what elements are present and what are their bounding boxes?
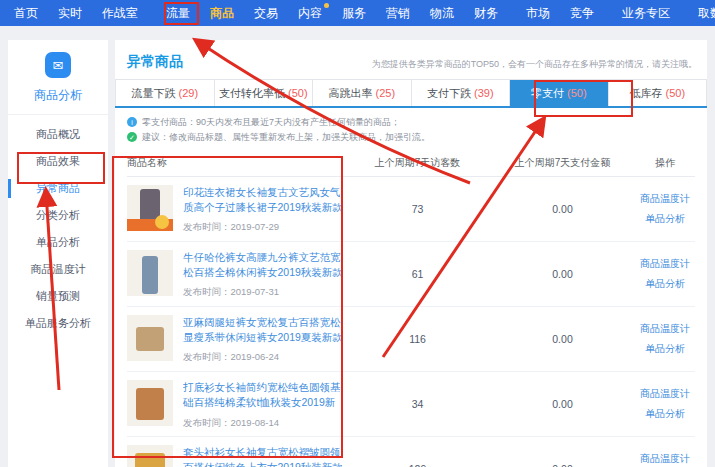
sidebar-menu: 商品概况 商品效果 异常商品 分类分析 单品分析 商品温度计 销量预测 单品服务… (8, 115, 108, 337)
tab-count: (39) (474, 87, 494, 99)
envelope-icon: ✉ (45, 52, 71, 78)
abnormal-goods-table: 商品名称 上个周期7天访客数 上个周期7天支付金额 操作 印花连衣裙女长袖复古文… (115, 149, 707, 467)
product-image[interactable] (127, 445, 173, 467)
product-cell: 亚麻阔腿短裤女宽松复古百搭宽松显瘦系带休闲短裤女2019夏装新款 发布时间：20… (127, 307, 345, 371)
sidebar-item-goods-overview[interactable]: 商品概况 (8, 121, 108, 148)
sidebar-item-abnormal-goods[interactable]: 异常商品 (8, 175, 108, 202)
visitors-value: 34 (345, 372, 490, 436)
tab-label: 低库存 (629, 87, 665, 99)
actions-cell: 商品温度计 单品分析 (635, 242, 695, 306)
publish-date-prefix: 发布时间： (183, 417, 231, 428)
visitors-value: 116 (345, 307, 490, 371)
sidebar-item-category-analysis[interactable]: 分类分析 (8, 202, 108, 229)
page-note: 为您提供各类异常商品的TOP50，会有一个商品存在多种异常的情况，请关注哦。 (372, 58, 697, 71)
top-nav: 首页 实时 作战室 流量 商品 交易 内容 服务 营销 物流 财务 市场 竞争 … (0, 0, 715, 26)
publish-date: 发布时间：2019-07-29 (183, 221, 343, 234)
nav-item-marketing[interactable]: 营销 (376, 0, 420, 26)
publish-date: 发布时间：2019-06-24 (183, 351, 343, 364)
info-icon: i (127, 117, 137, 127)
tab-payment-drop[interactable]: 支付下跌 (39) (412, 80, 511, 106)
tip-definition: 零支付商品：90天内发布且最近7天内没有产生任何销量的商品； (142, 115, 400, 130)
nav-item-home[interactable]: 首页 (4, 0, 48, 26)
nav-item-trade[interactable]: 交易 (244, 0, 288, 26)
sidebar-item-single-item-service[interactable]: 单品服务分析 (8, 310, 108, 337)
product-image[interactable] (127, 315, 173, 361)
amount-value: 0.00 (490, 307, 635, 371)
publish-date: 发布时间：2019-07-31 (183, 286, 343, 299)
thermometer-link[interactable]: 商品温度计 (640, 449, 690, 467)
nav-item-warroom[interactable]: 作战室 (92, 0, 148, 26)
nav-item-service[interactable]: 服务 (332, 0, 376, 26)
actions-cell: 商品温度计 单品分析 (635, 372, 695, 436)
product-name-link[interactable]: 打底衫女长袖简约宽松纯色圆领基础百搭纯棉柔软t恤秋装女2019新款 (183, 380, 343, 411)
sidebar-title: 商品分析 (8, 87, 108, 104)
product-name-link[interactable]: 亚麻阔腿短裤女宽松复古百搭宽松显瘦系带休闲短裤女2019夏装新款 (183, 315, 343, 345)
tab-low-conversion[interactable]: 支付转化率低 (50) (215, 80, 314, 106)
thermometer-link[interactable]: 商品温度计 (640, 189, 690, 209)
col-header-payment-amount: 上个周期7天支付金额 (490, 156, 635, 170)
single-item-analysis-link[interactable]: 单品分析 (645, 209, 685, 229)
publish-date-value: 2019-07-29 (231, 221, 280, 232)
actions-cell: 商品温度计 单品分析 (635, 437, 695, 467)
nav-item-logistics[interactable]: 物流 (420, 0, 464, 26)
product-name-link[interactable]: 牛仔哈伦裤女高腰九分裤文艺范宽松百搭全棉休闲裤女2019秋装新款 (183, 250, 343, 280)
table-row: 印花连衣裙女长袖复古文艺风女气质高个子过膝长裙子2019秋装新款 发布时间：20… (127, 177, 695, 242)
publish-date-value: 2019-07-31 (231, 286, 280, 297)
sidebar-item-single-item-analysis[interactable]: 单品分析 (8, 229, 108, 256)
tab-high-bounce[interactable]: 高跳出率 (25) (313, 80, 412, 106)
tips-block: i零支付商品：90天内发布且最近7天内没有产生任何销量的商品； ✓建议：修改商品… (115, 108, 707, 149)
table-row: 亚麻阔腿短裤女宽松复古百搭宽松显瘦系带休闲短裤女2019夏装新款 发布时间：20… (127, 307, 695, 372)
nav-item-data-fetch[interactable]: 取数 (688, 0, 715, 26)
page-title: 异常商品 (127, 53, 183, 71)
tab-label: 流量下跌 (131, 87, 178, 99)
single-item-analysis-link[interactable]: 单品分析 (645, 274, 685, 294)
nav-item-content[interactable]: 内容 (288, 0, 332, 26)
product-name-link[interactable]: 套头衬衫女长袖复古宽松褶皱圆领百搭休闲纯色上衣女2019秋装新款 (183, 445, 343, 467)
table-row: 打底衫女长袖简约宽松纯色圆领基础百搭纯棉柔软t恤秋装女2019新款 发布时间：2… (127, 372, 695, 437)
publish-date: 发布时间：2019-08-14 (183, 417, 343, 430)
tab-label: 高跳出率 (328, 87, 375, 99)
tip-suggestion: 建议：修改商品标题、属性等重新发布上架，加强关联商品，加强引流。 (142, 130, 430, 145)
tab-count: (50) (567, 87, 587, 99)
table-row: 套头衬衫女长袖复古宽松褶皱圆领百搭休闲纯色上衣女2019秋装新款 发布时间：20… (127, 437, 695, 467)
nav-item-competition[interactable]: 竞争 (560, 0, 604, 26)
sidebar: ✉ 商品分析 商品概况 商品效果 异常商品 分类分析 单品分析 商品温度计 销量… (8, 40, 108, 467)
product-name-link[interactable]: 印花连衣裙女长袖复古文艺风女气质高个子过膝长裙子2019秋装新款 (183, 185, 343, 215)
amount-value: 0.00 (490, 177, 635, 241)
tab-traffic-drop[interactable]: 流量下跌 (29) (115, 80, 215, 106)
nav-item-business-zone[interactable]: 业务专区 (612, 0, 680, 26)
product-image[interactable] (127, 250, 173, 296)
sidebar-item-goods-thermometer[interactable]: 商品温度计 (8, 256, 108, 283)
sidebar-header: ✉ 商品分析 (8, 40, 108, 115)
publish-date-value: 2019-08-14 (231, 417, 280, 428)
tab-zero-payment[interactable]: 零支付 (50) (510, 80, 609, 106)
nav-item-traffic[interactable]: 流量 (156, 0, 200, 26)
sidebar-item-sales-forecast[interactable]: 销量预测 (8, 283, 108, 310)
product-cell: 打底衫女长袖简约宽松纯色圆领基础百搭纯棉柔软t恤秋装女2019新款 发布时间：2… (127, 372, 345, 436)
tab-count: (25) (376, 87, 396, 99)
product-cell: 印花连衣裙女长袖复古文艺风女气质高个子过膝长裙子2019秋装新款 发布时间：20… (127, 177, 345, 241)
single-item-analysis-link[interactable]: 单品分析 (645, 339, 685, 359)
nav-item-goods[interactable]: 商品 (200, 0, 244, 26)
single-item-analysis-link[interactable]: 单品分析 (645, 404, 685, 424)
sidebar-item-goods-effect[interactable]: 商品效果 (8, 148, 108, 175)
check-icon: ✓ (127, 132, 137, 142)
table-row: 牛仔哈伦裤女高腰九分裤文艺范宽松百搭全棉休闲裤女2019秋装新款 发布时间：20… (127, 242, 695, 307)
tab-low-stock[interactable]: 低库存 (50) (609, 80, 708, 106)
nav-item-finance[interactable]: 财务 (464, 0, 508, 26)
nav-item-market[interactable]: 市场 (516, 0, 560, 26)
nav-item-realtime[interactable]: 实时 (48, 0, 92, 26)
thermometer-link[interactable]: 商品温度计 (640, 384, 690, 404)
product-image[interactable] (127, 380, 173, 426)
product-cell: 牛仔哈伦裤女高腰九分裤文艺范宽松百搭全棉休闲裤女2019秋装新款 发布时间：20… (127, 242, 345, 306)
product-image[interactable] (127, 185, 173, 231)
visitors-value: 129 (345, 437, 490, 467)
table-header-row: 商品名称 上个周期7天访客数 上个周期7天支付金额 操作 (127, 149, 695, 177)
col-header-visitors: 上个周期7天访客数 (345, 156, 490, 170)
col-header-product-name: 商品名称 (127, 156, 345, 170)
visitors-value: 61 (345, 242, 490, 306)
promo-badge-icon (127, 219, 173, 231)
amount-value: 0.00 (490, 437, 635, 467)
thermometer-link[interactable]: 商品温度计 (640, 319, 690, 339)
thermometer-link[interactable]: 商品温度计 (640, 254, 690, 274)
